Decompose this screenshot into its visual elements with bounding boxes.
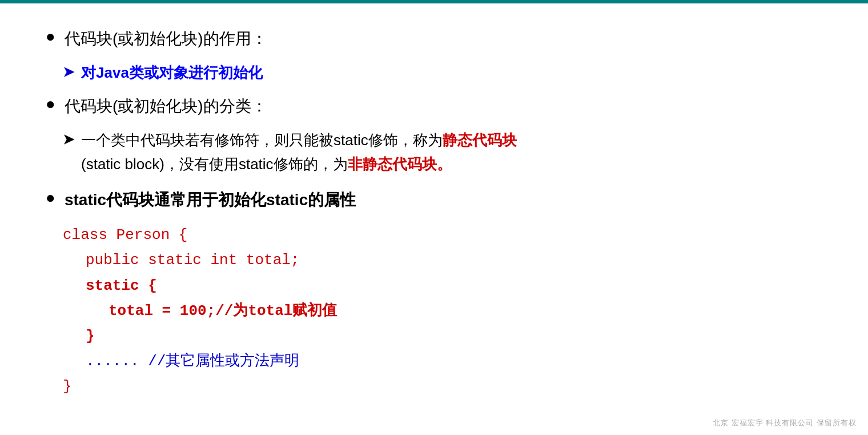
main-content: ● 代码块(或初始化块)的作用： ➤ 对Java类或对象进行初始化 ● 代码块(… bbox=[0, 3, 868, 422]
bullet-item-3: ● static代码块通常用于初始化static的属性 bbox=[46, 187, 834, 213]
code-comment: //其它属性或方法声明 bbox=[139, 353, 300, 370]
bullet-dot-3: ● bbox=[46, 185, 55, 211]
sub-text-2: 一个类中代码块若有修饰符，则只能被static修饰，称为静态代码块 (stati… bbox=[81, 129, 517, 176]
sub-item-1: ➤ 对Java类或对象进行初始化 bbox=[63, 61, 834, 85]
bullet-item-2: ● 代码块(或初始化块)的分类： bbox=[46, 94, 834, 119]
code-line-2: public static int total; bbox=[86, 248, 834, 273]
code-line-6: ...... //其它属性或方法声明 bbox=[86, 349, 834, 374]
code-line-1: class Person { bbox=[63, 222, 834, 248]
bullet-text-3: static代码块通常用于初始化static的属性 bbox=[65, 187, 356, 213]
code-dots: ...... bbox=[86, 353, 139, 370]
sub-text-2-part1: 一个类中代码块若有修饰符，则只能被static修饰，称为 bbox=[81, 131, 443, 149]
bullet-text-1: 代码块(或初始化块)的作用： bbox=[65, 26, 267, 52]
top-border bbox=[0, 0, 868, 3]
bullet-dot-2: ● bbox=[46, 91, 55, 117]
sub-item-2: ➤ 一个类中代码块若有修饰符，则只能被static修饰，称为静态代码块 (sta… bbox=[63, 129, 834, 176]
static-desc2: 的属性 bbox=[308, 191, 356, 209]
static-label2: static bbox=[266, 191, 308, 209]
sub-text-2-red1: 静态代码块 bbox=[443, 131, 517, 149]
bullet-dot-1: ● bbox=[46, 24, 55, 50]
sub-text-2-red2: 非静态代码块。 bbox=[348, 155, 452, 173]
code-line-7: } bbox=[63, 374, 834, 399]
arrow-icon-2: ➤ bbox=[63, 129, 74, 150]
code-line-4-bold: total = 100;//为 bbox=[108, 302, 248, 320]
code-line-4-assign: 赋初值 bbox=[292, 302, 337, 320]
static-label: static bbox=[65, 191, 106, 209]
watermark: 北京 宏福宏宇 科技有限公司 保留所有权 bbox=[713, 418, 857, 428]
code-line-4-total: total bbox=[248, 302, 292, 320]
arrow-icon-1: ➤ bbox=[63, 61, 74, 83]
code-line-5: } bbox=[86, 324, 834, 349]
bullet-text-2: 代码块(或初始化块)的分类： bbox=[65, 94, 267, 119]
code-line-4: total = 100;//为total赋初值 bbox=[108, 298, 834, 324]
sub-text-1: 对Java类或对象进行初始化 bbox=[81, 61, 263, 85]
code-block: class Person { public static int total; … bbox=[63, 222, 834, 399]
bullet-item-1: ● 代码块(或初始化块)的作用： bbox=[46, 26, 834, 52]
static-desc: 代码块通常用于初始化 bbox=[106, 191, 266, 209]
sub-text-2-part2: (static block)，没有使用static修饰的，为 bbox=[81, 155, 348, 173]
code-line-3: static { bbox=[86, 273, 834, 298]
